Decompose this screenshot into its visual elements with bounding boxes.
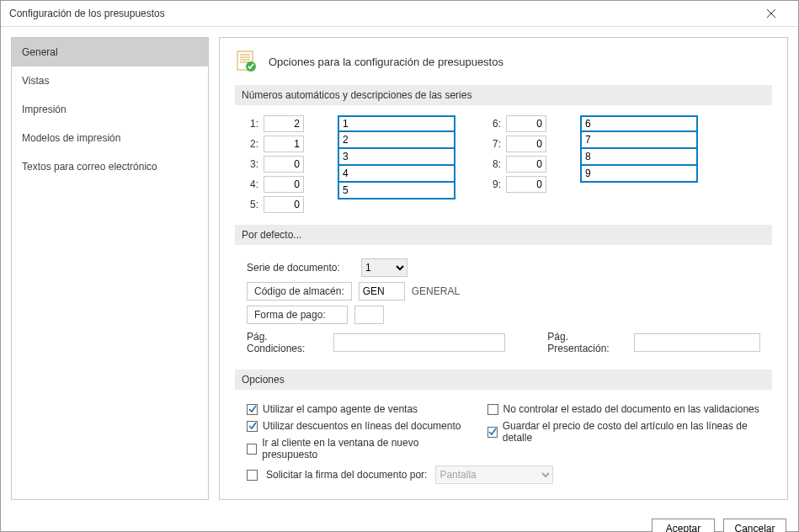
series-desc-7[interactable] xyxy=(580,132,698,149)
panel-header: Opciones para la configuración de presup… xyxy=(235,50,772,73)
settings-icon xyxy=(235,50,258,73)
checkbox-solicitar-firma[interactable] xyxy=(247,470,258,481)
series-num-7[interactable] xyxy=(506,136,546,152)
panel-title: Opciones para la configuración de presup… xyxy=(269,56,503,68)
close-button[interactable] xyxy=(752,1,790,26)
series-col-left: 1: 2: 3: 4: xyxy=(247,115,304,213)
series-row-9: 9: xyxy=(489,176,546,193)
series-grid: 1: 2: 3: 4: xyxy=(235,115,772,213)
forma-pago-input[interactable] xyxy=(354,306,384,324)
series-label-6: 6: xyxy=(489,118,501,130)
checkbox-no-controlar-estado[interactable] xyxy=(487,404,498,415)
series-desc-8[interactable] xyxy=(580,149,698,166)
series-label-4: 4: xyxy=(247,178,258,190)
series-num-6[interactable] xyxy=(506,115,546,132)
series-label-8: 8: xyxy=(489,158,501,170)
checkbox-descuentos-lineas-label: Utilizar descuentos en líneas del docume… xyxy=(263,420,461,432)
codigo-almacen-input[interactable] xyxy=(359,282,405,301)
options-col-left: Utilizar el campo agente de ventas Utili… xyxy=(247,403,462,460)
sidebar: General Vistas Impresión Modelos de impr… xyxy=(11,37,209,500)
series-label-3: 3: xyxy=(247,158,258,170)
forma-pago-button[interactable]: Forma de pago: xyxy=(247,306,348,324)
series-desc-3[interactable] xyxy=(338,149,455,166)
series-num-8[interactable] xyxy=(506,156,546,173)
checkbox-guardar-precio-costo-label: Guardar el precio de costo del artículo … xyxy=(503,420,760,444)
series-label-2: 2: xyxy=(247,138,258,150)
section-options-header: Opciones xyxy=(235,370,772,390)
title-bar: Configuración de los presupuestos xyxy=(1,1,798,27)
firma-select[interactable]: Pantalla xyxy=(435,466,553,484)
series-row-2: 2: xyxy=(247,136,304,152)
serie-documento-select[interactable]: 1 xyxy=(361,258,407,277)
series-num-5[interactable] xyxy=(264,196,304,213)
series-row-7: 7: xyxy=(489,136,546,152)
defaults-panel: Serie de documento: 1 Código de almacén:… xyxy=(235,255,772,361)
series-num-4[interactable] xyxy=(264,176,304,193)
series-row-8: 8: xyxy=(489,156,546,173)
checkbox-guardar-precio-costo[interactable] xyxy=(487,427,498,438)
series-label-7: 7: xyxy=(489,138,501,150)
series-desc-5[interactable] xyxy=(338,183,455,200)
close-icon xyxy=(767,9,775,18)
cancel-button[interactable]: Cancelar xyxy=(723,519,786,532)
checkbox-agente-ventas-label: Utilizar el campo agente de ventas xyxy=(263,403,418,415)
series-label-9: 9: xyxy=(489,178,501,190)
series-desc-1[interactable] xyxy=(338,115,455,132)
serie-documento-label: Serie de documento: xyxy=(247,262,354,274)
options-panel: Utilizar el campo agente de ventas Utili… xyxy=(235,400,772,487)
checkbox-no-controlar-estado-label: No controlar el estado del documento en … xyxy=(503,403,759,415)
series-row-1: 1: xyxy=(247,115,304,132)
sidebar-item-modelos-impresion[interactable]: Modelos de impresión xyxy=(12,124,208,152)
pag-presentacion-input[interactable] xyxy=(634,333,760,352)
checkbox-ir-cliente[interactable] xyxy=(247,444,257,455)
codigo-almacen-button[interactable]: Código de almacén: xyxy=(247,282,352,301)
content-area: General Vistas Impresión Modelos de impr… xyxy=(1,27,798,510)
series-desc-6[interactable] xyxy=(580,115,698,132)
series-row-5: 5: xyxy=(247,196,304,213)
series-row-4: 4: xyxy=(247,176,304,193)
series-col-right: 6: 7: 8: 9: xyxy=(489,115,546,213)
series-num-3[interactable] xyxy=(264,156,304,173)
series-desc-col-left xyxy=(338,115,455,213)
options-col-right: No controlar el estado del documento en … xyxy=(487,403,760,460)
main-panel: Opciones para la configuración de presup… xyxy=(219,37,788,500)
series-label-5: 5: xyxy=(247,199,258,210)
sidebar-item-impresion[interactable]: Impresión xyxy=(12,95,208,124)
sidebar-item-general[interactable]: General xyxy=(12,38,208,66)
series-num-1[interactable] xyxy=(264,115,304,132)
checkbox-ir-cliente-label: Ir al cliente en la ventana de nuevo pre… xyxy=(262,437,461,460)
window-title: Configuración de los presupuestos xyxy=(9,8,752,19)
pag-presentacion-label: Pág. Presentación: xyxy=(547,331,627,354)
sidebar-item-textos-correo[interactable]: Textos para correo electrónico xyxy=(12,152,208,181)
section-series-header: Números automáticos y descripciones de l… xyxy=(235,85,772,105)
accept-button[interactable]: Aceptar xyxy=(652,519,715,532)
codigo-almacen-desc: GENERAL xyxy=(412,285,460,297)
series-desc-4[interactable] xyxy=(338,166,455,183)
series-label-1: 1: xyxy=(247,118,258,130)
series-num-2[interactable] xyxy=(264,136,304,152)
pag-condiciones-input[interactable] xyxy=(333,333,506,352)
checkbox-descuentos-lineas[interactable] xyxy=(247,421,258,432)
series-desc-2[interactable] xyxy=(338,132,455,149)
sidebar-item-vistas[interactable]: Vistas xyxy=(12,66,208,95)
series-num-9[interactable] xyxy=(506,176,546,193)
checkbox-agente-ventas[interactable] xyxy=(247,404,258,415)
series-desc-9[interactable] xyxy=(580,166,698,183)
series-row-6: 6: xyxy=(489,115,546,132)
series-desc-col-right xyxy=(580,115,698,213)
section-defaults-header: Por defecto... xyxy=(235,225,772,245)
series-row-3: 3: xyxy=(247,156,304,173)
pag-condiciones-label: Pág. Condiciones: xyxy=(247,331,327,354)
checkbox-solicitar-firma-label: Solicitar la firma del documento por: xyxy=(266,469,427,481)
dialog-footer: Aceptar Cancelar xyxy=(1,510,798,532)
settings-dialog: Configuración de los presupuestos Genera… xyxy=(0,0,799,532)
